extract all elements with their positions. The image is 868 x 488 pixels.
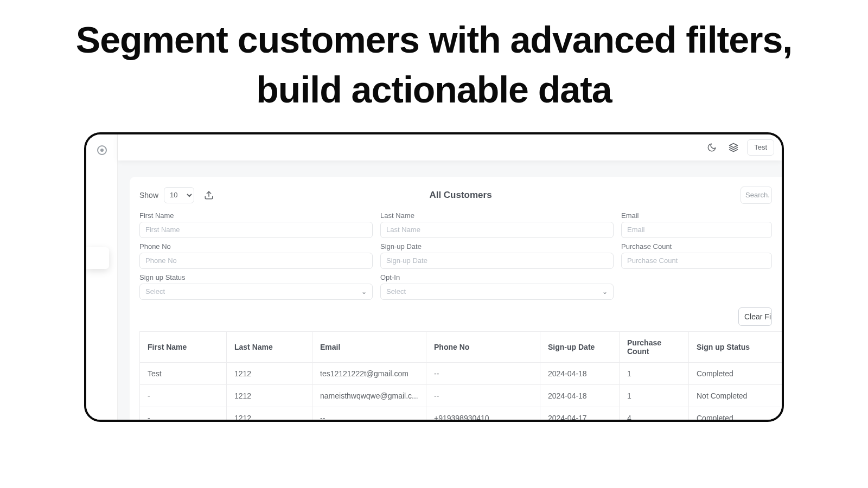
- cell-signup-status: Completed: [689, 362, 782, 384]
- table-body: Test 1212 tes12121222t@gmail.com -- 2024…: [140, 362, 782, 422]
- page-size-select[interactable]: 10: [164, 187, 194, 203]
- optin-label: Opt-In: [380, 273, 614, 281]
- cell-email: nameisthwqwqwe@gmail.c...: [312, 384, 426, 407]
- clear-filters-label: Clear Filters: [744, 312, 772, 321]
- chevron-down-icon: ⌄: [602, 288, 608, 296]
- optin-placeholder: Select: [386, 287, 406, 296]
- first-name-label: First Name: [139, 211, 373, 220]
- filter-signup-status: Sign up Status Select ⌄: [139, 273, 373, 300]
- clear-row: Clear Filters: [139, 300, 782, 331]
- signup-date-input[interactable]: [380, 253, 614, 269]
- th-email[interactable]: Email: [312, 331, 426, 362]
- signup-status-select[interactable]: Select ⌄: [139, 284, 373, 300]
- search-placeholder: Search.: [745, 191, 770, 199]
- search-input[interactable]: Search.: [741, 187, 772, 204]
- panel-toolbar: Show 10 All Customers Search.: [139, 187, 782, 204]
- filter-optin: Opt-In Select ⌄: [380, 273, 614, 300]
- filters-grid: First Name Last Name Email Phone No Sign…: [139, 211, 782, 300]
- cell-first-name: -: [140, 407, 227, 422]
- show-label: Show: [139, 191, 158, 200]
- cell-signup-date: 2024-04-17: [540, 407, 620, 422]
- table-header-row: First Name Last Name Email Phone No Sign…: [140, 331, 782, 362]
- last-name-label: Last Name: [380, 211, 614, 220]
- cell-last-name: 1212: [227, 407, 312, 422]
- th-last-name[interactable]: Last Name: [227, 331, 312, 362]
- optin-select[interactable]: Select ⌄: [380, 284, 614, 300]
- phone-label: Phone No: [139, 242, 373, 251]
- phone-input[interactable]: [139, 253, 373, 269]
- cell-purchase-count: 1: [620, 384, 689, 407]
- cell-phone: +919398930410: [426, 407, 540, 422]
- cell-first-name: Test: [140, 362, 227, 384]
- signup-date-label: Sign-up Date: [380, 242, 614, 251]
- filter-phone: Phone No: [139, 242, 373, 269]
- test-button-label: Test: [754, 143, 767, 151]
- hero-line-1: Segment customers with advanced filters,: [76, 19, 792, 60]
- table-row[interactable]: - 1212 nameisthwqwqwe@gmail.c... -- 2024…: [140, 384, 782, 407]
- th-first-name[interactable]: First Name: [140, 331, 227, 362]
- cell-email: tes12121222t@gmail.com: [312, 362, 426, 384]
- filter-signup-date: Sign-up Date: [380, 242, 614, 269]
- customers-table: First Name Last Name Email Phone No Sign…: [139, 331, 782, 422]
- cell-signup-status: Not Completed: [689, 384, 782, 407]
- svg-marker-0: [730, 143, 738, 147]
- main-panel: Show 10 All Customers Search. First Name…: [130, 177, 782, 420]
- filter-last-name: Last Name: [380, 211, 614, 238]
- th-signup-date[interactable]: Sign-up Date: [540, 331, 620, 362]
- cell-signup-date: 2024-04-18: [540, 362, 620, 384]
- cell-purchase-count: 1: [620, 362, 689, 384]
- cell-phone: --: [426, 384, 540, 407]
- filter-purchase-count: Purchase Count: [621, 242, 772, 269]
- rail-flyout-tab[interactable]: [86, 247, 109, 269]
- purchase-count-input[interactable]: [621, 253, 772, 269]
- last-name-input[interactable]: [380, 222, 614, 238]
- filter-first-name: First Name: [139, 211, 373, 238]
- cell-phone: --: [426, 362, 540, 384]
- app-frame: Test Show 10 All Customers Search. First…: [84, 132, 784, 422]
- purchase-count-label: Purchase Count: [621, 242, 772, 251]
- cell-signup-date: 2024-04-18: [540, 384, 620, 407]
- moon-icon[interactable]: [704, 139, 720, 156]
- signup-status-label: Sign up Status: [139, 273, 373, 281]
- cell-last-name: 1212: [227, 384, 312, 407]
- hero-line-2: build actionable data: [256, 69, 611, 110]
- left-rail: [86, 134, 118, 420]
- panel-title: All Customers: [429, 190, 492, 201]
- th-purchase-count[interactable]: Purchase Count: [620, 331, 689, 362]
- hero-heading: Segment customers with advanced filters,…: [0, 0, 868, 125]
- topbar: Test: [118, 134, 782, 160]
- cell-first-name: -: [140, 384, 227, 407]
- chevron-down-icon: ⌄: [361, 288, 367, 296]
- filter-email: Email: [621, 211, 772, 238]
- cell-purchase-count: 4: [620, 407, 689, 422]
- cell-email: --: [312, 407, 426, 422]
- th-signup-status[interactable]: Sign up Status: [689, 331, 782, 362]
- export-icon[interactable]: [202, 188, 216, 202]
- cell-signup-status: Completed: [689, 407, 782, 422]
- clear-filters-button[interactable]: Clear Filters: [738, 307, 772, 326]
- table-row[interactable]: - 1212 -- +919398930410 2024-04-17 4 Com…: [140, 407, 782, 422]
- email-input[interactable]: [621, 222, 772, 238]
- email-label: Email: [621, 211, 772, 220]
- layers-icon[interactable]: [725, 139, 742, 156]
- test-button[interactable]: Test: [747, 139, 774, 156]
- cell-last-name: 1212: [227, 362, 312, 384]
- first-name-input[interactable]: [139, 222, 373, 238]
- table-row[interactable]: Test 1212 tes12121222t@gmail.com -- 2024…: [140, 362, 782, 384]
- target-icon[interactable]: [97, 145, 107, 155]
- th-phone[interactable]: Phone No: [426, 331, 540, 362]
- signup-status-placeholder: Select: [145, 287, 165, 296]
